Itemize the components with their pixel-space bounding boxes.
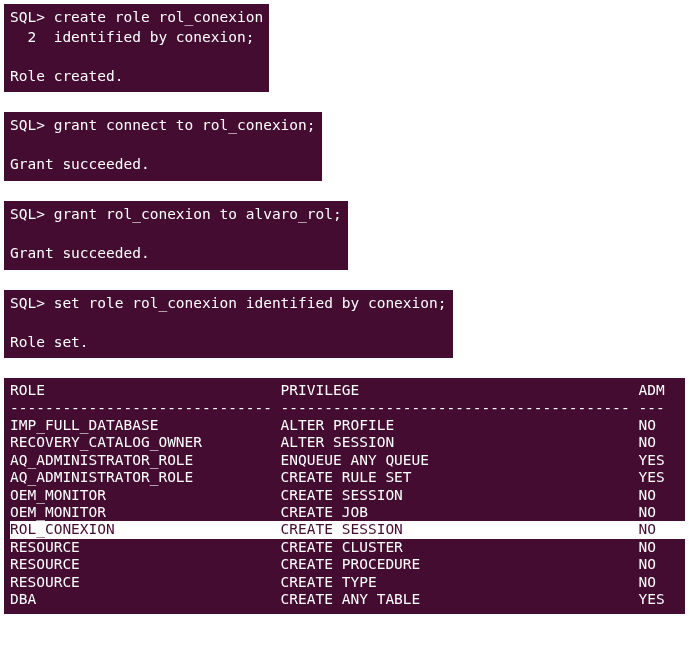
table-row: RESOURCE CREATE PROCEDURE NO — [10, 556, 685, 573]
terminal-block-grant-role: SQL> grant rol_conexion to alvaro_rol; G… — [4, 201, 348, 270]
sql-line: SQL> grant rol_conexion to alvaro_rol; — [10, 206, 342, 222]
result-line: Role set. — [10, 334, 89, 350]
table-row: RESOURCE CREATE CLUSTER NO — [10, 539, 685, 556]
table-rule: ------------------------------ ---------… — [10, 400, 685, 417]
table-body: IMP_FULL_DATABASE ALTER PROFILE NORECOVE… — [10, 417, 685, 608]
sql-line: SQL> set role rol_conexion identified by… — [10, 295, 447, 311]
table-row: RECOVERY_CATALOG_OWNER ALTER SESSION NO — [10, 434, 685, 451]
table-row: IMP_FULL_DATABASE ALTER PROFILE NO — [10, 417, 685, 434]
sql-line: SQL> grant connect to rol_conexion; — [10, 117, 316, 133]
table-row: DBA CREATE ANY TABLE YES — [10, 591, 685, 608]
sql-line: SQL> create role rol_conexion — [10, 9, 263, 25]
terminal-block-grant-connect: SQL> grant connect to rol_conexion; Gran… — [4, 112, 322, 181]
result-line: Grant succeeded. — [10, 156, 150, 172]
table-header: ROLE PRIVILEGE ADM — [10, 382, 685, 399]
table-row: ROL_CONEXION CREATE SESSION NO — [10, 521, 685, 538]
sql-line: 2 identified by conexion; — [10, 29, 254, 45]
table-row: OEM_MONITOR CREATE SESSION NO — [10, 487, 685, 504]
terminal-block-set-role: SQL> set role rol_conexion identified by… — [4, 290, 453, 359]
result-line: Grant succeeded. — [10, 245, 150, 261]
terminal-block-create-role: SQL> create role rol_conexion 2 identifi… — [4, 4, 269, 92]
table-row: AQ_ADMINISTRATOR_ROLE ENQUEUE ANY QUEUE … — [10, 452, 685, 469]
table-row: OEM_MONITOR CREATE JOB NO — [10, 504, 685, 521]
privilege-table: ROLE PRIVILEGE ADM ---------------------… — [4, 378, 685, 614]
table-row: RESOURCE CREATE TYPE NO — [10, 574, 685, 591]
result-line: Role created. — [10, 68, 124, 84]
table-row: AQ_ADMINISTRATOR_ROLE CREATE RULE SET YE… — [10, 469, 685, 486]
